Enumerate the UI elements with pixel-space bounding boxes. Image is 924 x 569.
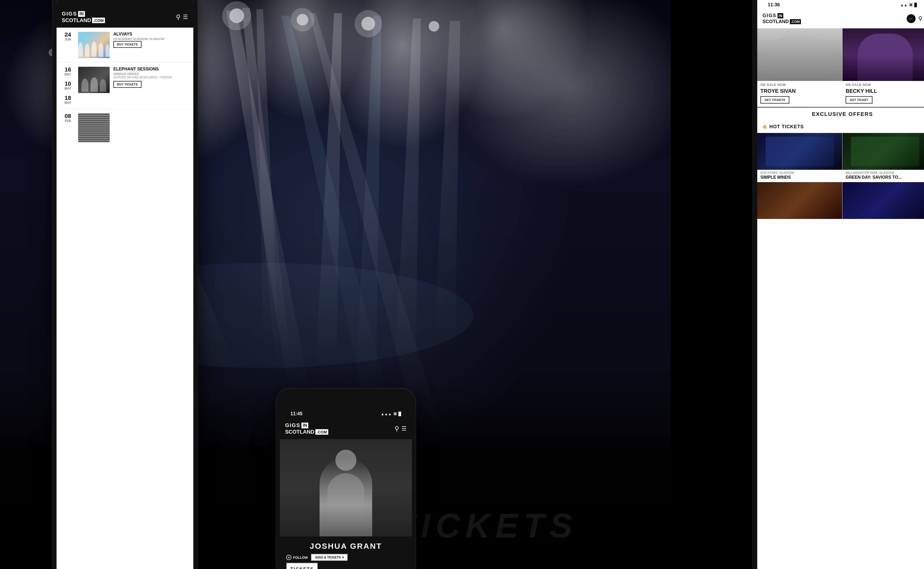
elephant-month3: MAY: [64, 101, 71, 105]
onsale-becky: ON SALE NOW BECKY HILL GET TICKET: [842, 28, 924, 107]
logo-row-2: SCOTLAND .COM: [62, 17, 105, 23]
logo-com-left: .COM: [92, 18, 105, 23]
simple-minds-venue: OVO HYDRO, GLASGOW: [757, 170, 842, 175]
alvvays-info: ALVVAYS O2 ACADEMY GLASGOW, GLASGOW BUY …: [113, 32, 189, 48]
svg-point-25: [355, 10, 382, 37]
elephant-day1: 16: [65, 67, 71, 73]
dynamic-island-left: [109, 0, 141, 3]
becky-badge: ON SALE NOW: [842, 81, 924, 88]
listing-item-alvvays: 24 JUN ALVVAYS O2 ACADEMY GLASGOW, GLASG…: [56, 27, 193, 62]
stripes-pattern: [78, 113, 110, 142]
simple-minds-name: SIMPLE MINDS: [757, 175, 842, 182]
extra2-photo: [842, 182, 924, 219]
logo-block-far-right: GIGS IN SCOTLAND .COM: [762, 13, 801, 24]
logo-scotland-center: SCOTLAND: [285, 429, 314, 435]
menu-icon-left[interactable]: ☰: [183, 14, 188, 20]
listing-date-3: 08 FEB: [61, 113, 75, 123]
logo-row-fr1: GIGS IN: [762, 13, 801, 18]
profile-actions: + FOLLOW GIGS & TICKETS ▾: [286, 554, 406, 561]
listing3-day: 08: [65, 113, 71, 119]
search-icon-center[interactable]: ⚲: [395, 425, 399, 432]
logo-block-left: GIGS IN SCOTLAND .COM: [62, 11, 105, 23]
artist-photo-area: [328, 450, 364, 526]
logo-gigs-fr: GIGS: [762, 13, 776, 18]
green-day-venue: BELLAHOUSTON PARK, GLASGOW: [842, 170, 924, 175]
elephant-day3: 18: [65, 95, 71, 101]
header-icons-left: ⚲ ☰: [176, 14, 188, 21]
logo-row-fr2: SCOTLAND .COM: [762, 19, 801, 24]
troye-body: [770, 36, 829, 81]
gigs-tickets-button[interactable]: GIGS & TICKETS ▾: [311, 554, 348, 561]
listing-date-alvvays: 24 JUN: [61, 32, 75, 41]
alvvays-people: [78, 32, 110, 58]
hot-tickets-label: HOT TICKETS: [769, 124, 804, 129]
artist-profile-name: JOSHUA GRANT: [286, 542, 406, 551]
simple-minds-fig: [757, 133, 842, 170]
elephant-info: ELEPHANT SESSIONS VARIOUS VENUES SUPPORT…: [113, 67, 189, 88]
header-icons-center: ⚲ ☰: [395, 425, 407, 432]
profile-info-section: JOSHUA GRANT + FOLLOW GIGS & TICKETS ▾ T…: [280, 536, 412, 569]
logo-com-center: .COM: [316, 429, 328, 435]
person5: [105, 44, 110, 57]
elephant-buy-button[interactable]: BUY TICKETS: [113, 81, 142, 88]
follow-btn[interactable]: + FOLLOW: [286, 555, 308, 560]
green-day-fig: [842, 133, 924, 170]
logo-scotland-fr: SCOTLAND: [762, 19, 789, 24]
search-icon-left[interactable]: ⚲: [176, 14, 181, 21]
phone-far-right: 11:36 ▲▲ ⌘ ▉ GIGS IN SCOTLAND .COM: [753, 0, 924, 569]
elephant-support: SUPPORT: MICHAEL MCGOLDRICK + FRIENDS: [113, 76, 189, 79]
follow-plus-icon: +: [286, 555, 291, 560]
ep3: [100, 79, 106, 92]
green-day-photo: [842, 133, 924, 170]
logo-row-1: GIGS IN: [62, 11, 105, 17]
artist-head: [335, 450, 357, 471]
status-bar-far-right: 11:36 ▲▲ ⌘ ▉: [757, 0, 924, 9]
follow-label: FOLLOW: [293, 555, 308, 560]
simple-minds-photo: [757, 133, 842, 170]
listing-item-3: 08 FEB: [56, 109, 193, 146]
hot-cell-green-day: BELLAHOUSTON PARK, GLASGOW GREEN DAY: SA…: [842, 133, 924, 182]
svg-point-23: [291, 8, 314, 32]
hot-cell-extra2: [842, 182, 924, 224]
listing-date-elephant: 16 DEC 10 MAY 18 MAY: [61, 67, 75, 105]
becky-figure: [842, 28, 924, 81]
elephant-month2: MAY: [64, 87, 71, 90]
chevron-down-icon: ▾: [342, 555, 344, 559]
troye-photo: [757, 28, 842, 81]
logo-com-fr: .COM: [790, 19, 801, 24]
phone-left-screen: GIGS IN SCOTLAND .COM ⚲ ☰ 24 JUN: [56, 0, 193, 569]
alvvays-month: JUN: [65, 38, 71, 41]
logo-gigs-left: GIGS: [62, 11, 77, 17]
date-divider-2: [68, 91, 68, 94]
hot-cell-simple-minds: OVO HYDRO, GLASGOW SIMPLE MINDS: [757, 133, 842, 182]
becky-tickets-button[interactable]: GET TICKET: [846, 96, 872, 103]
person2: [85, 44, 90, 57]
menu-icon-center[interactable]: ☰: [401, 425, 407, 432]
becky-body: [857, 33, 913, 81]
elephant-venue: VARIOUS VENUES: [113, 72, 189, 75]
listing-item-elephant: 16 DEC 10 MAY 18 MAY: [56, 62, 193, 109]
time-far-right: 11:36: [768, 2, 780, 8]
logo-in-center: IN: [302, 423, 308, 428]
listing3-month: FEB: [65, 119, 71, 123]
ep2: [90, 77, 98, 92]
listing3-image: [78, 113, 110, 142]
extra2-name: [842, 221, 924, 223]
hot-grid: OVO HYDRO, GLASGOW SIMPLE MINDS BELLAHOU…: [757, 133, 924, 224]
phone-notch-area-left: [56, 0, 193, 6]
person3: [91, 41, 96, 57]
person1: [78, 42, 83, 57]
battery-icon-center: ▉: [398, 412, 401, 416]
search-icon-far-right[interactable]: ⚲: [918, 15, 922, 22]
back-arrow-icon[interactable]: ←: [907, 14, 916, 23]
fire-icon: 🔥: [762, 125, 767, 129]
extra1-name: [757, 221, 842, 223]
app-header-center: GIGS IN SCOTLAND .COM ⚲ ☰: [280, 418, 412, 439]
troye-tickets-button[interactable]: GET TICKETS: [761, 96, 789, 103]
tickets-cta-button[interactable]: TICKETS: [286, 563, 318, 569]
main-layout: ticKeTS GIGS IN SCOTLAND .COM: [0, 0, 924, 569]
hot-cell-extra1: [757, 182, 842, 224]
alvvays-buy-button[interactable]: BUY TICKETS: [113, 41, 142, 48]
ep1: [82, 79, 88, 92]
phone-notch-center: [280, 392, 412, 408]
